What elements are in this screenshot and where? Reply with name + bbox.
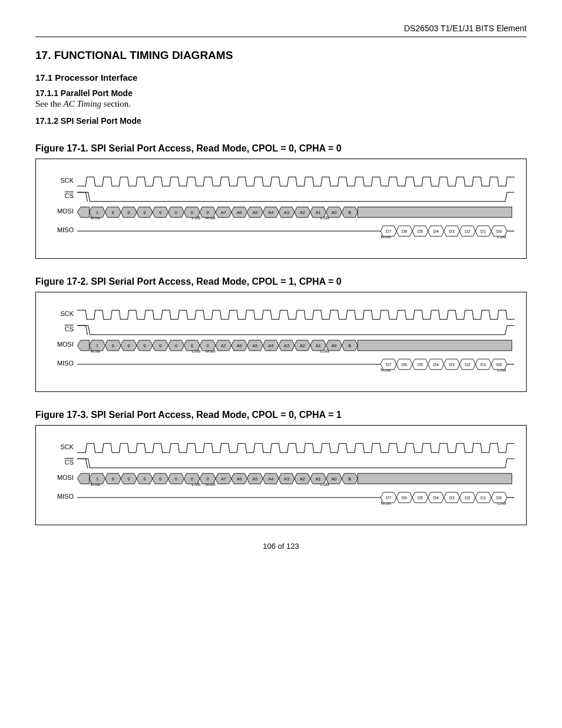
svg-text:D0: D0 (497, 362, 502, 367)
svg-text:D5: D5 (418, 495, 423, 500)
svg-text:D3: D3 (449, 362, 454, 367)
svg-text:0: 0 (191, 476, 193, 482)
text-fragment: section. (101, 99, 131, 108)
signal-label-mosi: MOSI (48, 474, 77, 481)
signal-label-miso: MISO (48, 226, 77, 233)
text-fragment: See the (35, 99, 63, 108)
subsubsection-heading: 17.1.1 Parallel Port Mode (35, 88, 527, 98)
signal-label-miso: MISO (48, 493, 77, 500)
svg-text:0: 0 (128, 210, 130, 215)
svg-text:A0: A0 (332, 476, 337, 482)
svg-text:0: 0 (112, 343, 114, 348)
svg-text:D7: D7 (386, 362, 391, 367)
svg-text:B: B (348, 210, 351, 215)
svg-text:A2: A2 (300, 476, 305, 482)
subsection-heading: 17.1 Processor Interface (35, 73, 527, 83)
figure-caption: Figure 17-3. SPI Serial Port Access, Rea… (35, 410, 527, 420)
svg-rect-89 (358, 340, 512, 351)
svg-text:0: 0 (159, 476, 161, 482)
section-heading: 17. FUNCTIONAL TIMING DIAGRAMS (35, 49, 527, 62)
timing-diagram: SCKCS MOSI10000000A7A6A5A4A3A2A1A0B MSB … (35, 159, 527, 259)
svg-text:D3: D3 (449, 229, 454, 234)
svg-text:A7: A7 (221, 476, 226, 482)
svg-text:D4: D4 (433, 229, 438, 234)
figure-caption: Figure 17-1. SPI Serial Port Access, Rea… (35, 143, 527, 154)
svg-text:B: B (348, 343, 351, 348)
signal-label-miso: MISO (48, 360, 77, 367)
svg-text:D0: D0 (497, 229, 502, 234)
cs-waveform (77, 191, 514, 200)
svg-text:1: 1 (96, 210, 98, 215)
svg-text:A6: A6 (237, 210, 242, 215)
cs-waveform (77, 457, 514, 467)
svg-text:D5: D5 (418, 362, 423, 367)
svg-text:D1: D1 (481, 229, 486, 234)
svg-text:D4: D4 (433, 362, 438, 367)
svg-text:D3: D3 (449, 495, 454, 500)
svg-text:0: 0 (207, 343, 209, 348)
mosi-waveform: 10000000A7A6A5A4A3A2A1A0B (77, 340, 514, 349)
svg-text:D1: D1 (481, 495, 486, 500)
svg-text:A4: A4 (268, 343, 273, 348)
svg-text:0: 0 (143, 210, 146, 215)
svg-text:D6: D6 (402, 229, 407, 234)
svg-text:A6: A6 (237, 476, 242, 482)
svg-text:A3: A3 (284, 210, 289, 215)
svg-text:D2: D2 (465, 229, 470, 234)
svg-text:A5: A5 (253, 476, 258, 482)
page-header: DS26503 T1/E1/J1 BITS Element (35, 24, 527, 33)
svg-text:A2: A2 (300, 210, 305, 215)
svg-text:A3: A3 (284, 476, 289, 482)
svg-text:A2: A2 (300, 343, 305, 348)
miso-waveform: D7D6D5D4D3D2D1D0 (77, 225, 514, 235)
sck-waveform (77, 442, 514, 452)
timing-diagram: SCKCS MOSI10000000A7A6A5A4A3A2A1A0B MSB … (35, 425, 527, 525)
svg-text:D0: D0 (497, 495, 502, 500)
svg-text:0: 0 (159, 343, 161, 348)
svg-text:0: 0 (207, 476, 209, 482)
svg-text:D5: D5 (418, 229, 423, 234)
miso-waveform: D7D6D5D4D3D2D1D0 (77, 492, 514, 501)
svg-text:0: 0 (207, 210, 209, 215)
svg-marker-0 (77, 207, 90, 218)
svg-text:0: 0 (175, 210, 177, 215)
miso-waveform: D7D6D5D4D3D2D1D0 (77, 358, 514, 368)
svg-text:0: 0 (175, 476, 177, 482)
subsubsection-heading: 17.1.2 SPI Serial Port Mode (35, 116, 527, 126)
svg-text:A0: A0 (332, 343, 337, 348)
svg-text:A4: A4 (268, 210, 273, 215)
signal-label-sck: SCK (48, 177, 77, 184)
svg-text:1: 1 (96, 476, 98, 482)
sck-waveform (77, 309, 514, 318)
svg-text:D4: D4 (433, 495, 438, 500)
svg-text:A0: A0 (332, 210, 337, 215)
svg-text:D6: D6 (402, 495, 407, 500)
svg-text:0: 0 (128, 476, 130, 482)
svg-rect-143 (358, 473, 512, 484)
svg-text:D2: D2 (465, 495, 470, 500)
svg-text:0: 0 (112, 476, 114, 482)
signal-label-sck: SCK (48, 443, 77, 450)
svg-text:A5: A5 (253, 343, 258, 348)
cs-waveform (77, 324, 514, 334)
svg-text:0: 0 (175, 343, 177, 348)
svg-text:B: B (348, 476, 351, 482)
svg-text:A5: A5 (253, 210, 258, 215)
svg-text:A4: A4 (268, 476, 273, 482)
signal-label-sck: SCK (48, 310, 77, 317)
svg-marker-108 (77, 473, 90, 484)
svg-text:D6: D6 (402, 362, 407, 367)
header-rule (35, 37, 527, 37)
mosi-waveform: 10000000A7A6A5A4A3A2A1A0B (77, 206, 514, 216)
svg-rect-35 (358, 207, 512, 218)
svg-text:A1: A1 (316, 476, 321, 482)
svg-text:D1: D1 (481, 362, 486, 367)
timing-diagram: SCKCS MOSI10000000A7A6A5A4A3A2A1A0B MSB … (35, 292, 527, 392)
page-footer: 106 of 123 (35, 542, 527, 551)
svg-text:A1: A1 (316, 210, 321, 215)
svg-text:A1: A1 (316, 343, 321, 348)
figure-caption: Figure 17-2. SPI Serial Port Access, Rea… (35, 276, 527, 287)
svg-text:D7: D7 (386, 495, 391, 500)
svg-text:0: 0 (191, 343, 193, 348)
signal-label-cs: CS (48, 459, 77, 466)
